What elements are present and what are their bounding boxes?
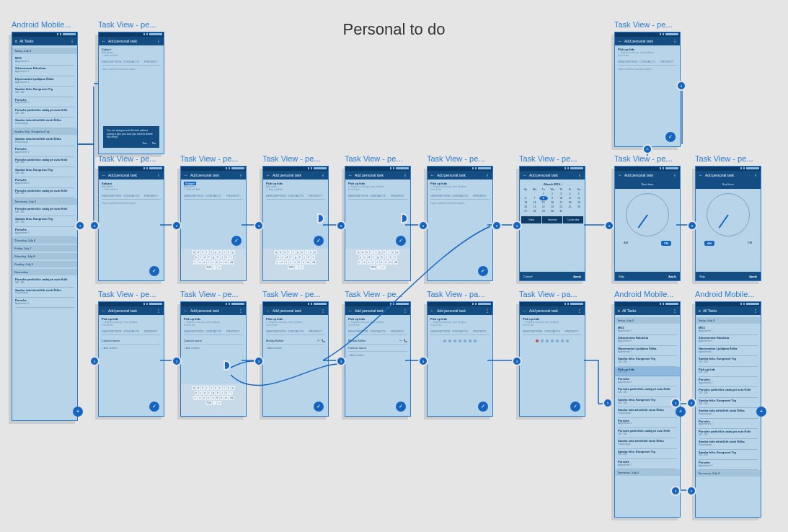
key[interactable]: c (207, 396, 211, 400)
am-toggle[interactable]: AM (704, 241, 714, 246)
key[interactable]: a (195, 255, 198, 260)
key[interactable]: l (229, 255, 233, 260)
tabs[interactable]: DESCRIPTIONCONTACTSPRIORITY (430, 192, 490, 200)
back-icon[interactable]: ← (618, 171, 622, 179)
btn-tomorrow[interactable]: Tomorrow (542, 216, 562, 223)
key[interactable]: m (224, 396, 229, 400)
tabs[interactable]: DESCRIPTIONCONTACTSPRIORITY (348, 328, 407, 335)
priority-picker[interactable] (430, 340, 490, 342)
key[interactable]: x (285, 260, 288, 265)
phone-screen[interactable]: ←Add personal taskSubjectAdd subject⚐ St… (98, 166, 164, 281)
subject-field[interactable]: Pick up kids⚐ Srednica cesta xyz, xnnn L… (430, 317, 490, 327)
app-bar[interactable]: ←Add personal task (345, 306, 410, 315)
fab-confirm[interactable] (396, 236, 406, 246)
task-row[interactable]: Hipermarket Ljubljana ŠiškaAppointment 1 (15, 76, 74, 87)
tab-description[interactable]: DESCRIPTION (523, 328, 542, 334)
tab-contacts[interactable]: CONTACTS (203, 328, 223, 334)
task-row[interactable]: MOZAppointment 1 (15, 56, 74, 66)
tabs[interactable]: DESCRIPTIONCONTACTSPRIORITY (348, 192, 407, 200)
task-row[interactable]: Porsche parkirišče zadaj pri avto Kriki5… (15, 188, 74, 198)
key[interactable]: f (208, 255, 211, 260)
key[interactable]: n (384, 260, 388, 265)
hamburger-icon[interactable]: ≡ (699, 306, 701, 315)
subject-value[interactable]: Pick up kids ⚐ Srednica cesta xyz, xnnn … (618, 48, 677, 57)
subject-field[interactable]: SubjectAdd subject⚐ Start and End (102, 182, 161, 191)
key[interactable]: v (211, 396, 215, 400)
key[interactable]: ⌫ (311, 260, 316, 265)
task-row[interactable]: Zdravstvena FakultetaAppointment 1 (699, 335, 758, 345)
tabs[interactable]: DESCRIPTION CONTACTS PRIORITY (102, 58, 161, 66)
fab-add[interactable]: + (676, 407, 686, 417)
key[interactable]: w (196, 250, 200, 254)
key[interactable]: ↵ (381, 265, 386, 270)
key[interactable]: q (274, 250, 278, 254)
tab-priority[interactable]: PRIORITY (388, 328, 407, 334)
key[interactable]: y (214, 386, 218, 390)
app-bar[interactable]: ← Add personal task (99, 37, 164, 45)
overflow-icon[interactable] (577, 306, 582, 315)
key[interactable]: ?123 (288, 265, 295, 270)
nav-node[interactable] (686, 398, 696, 408)
frame[interactable]: Task View - pe...←Add personal taskSubje… (180, 154, 247, 281)
phone-screen[interactable]: ←Add personal taskPick up kids⚐ Srednica… (345, 301, 411, 417)
key[interactable]: r (205, 250, 209, 254)
phone-screen[interactable]: ←Add personal task‹ March 2016 ›SuMoTuWe… (519, 166, 585, 281)
task-row[interactable]: MOZAppointment 1 (699, 325, 758, 335)
back-icon[interactable]: ← (102, 306, 106, 315)
key[interactable]: u (218, 250, 222, 254)
key[interactable]: ↵ (217, 401, 221, 405)
frame[interactable]: Task View - pe...←Add personal taskPick … (180, 290, 247, 417)
nav-node[interactable] (642, 144, 652, 154)
key[interactable]: o (227, 250, 231, 254)
task-row[interactable]: Sandra hiša, Kongresni Trg500 · 200 (618, 449, 677, 459)
frame-dialog[interactable]: Task View - pe... ← Add personal task Su… (98, 20, 164, 154)
frame[interactable]: Android Mobile...≡All TasksToday, July 3… (695, 290, 761, 518)
task-row[interactable]: Hipermarket Ljubljana ŠiškaAppointment 1 (699, 346, 758, 356)
nav-node[interactable] (686, 486, 696, 496)
frame-android-1[interactable]: Android Mobile... ≡ All Tasks Today, Jul… (12, 20, 78, 421)
tab-contacts[interactable]: CONTACTS (450, 192, 469, 199)
btn-apply[interactable]: Apply (668, 275, 676, 278)
key[interactable]: o (391, 250, 395, 254)
key[interactable]: g (212, 391, 216, 395)
key[interactable]: b (216, 260, 219, 265)
app-bar[interactable]: ←Add personal task (263, 171, 328, 179)
back-icon[interactable]: ← (430, 171, 435, 179)
tab-description[interactable]: DESCRIPTION (184, 192, 203, 199)
tab-contacts[interactable]: CONTACTS (121, 328, 141, 334)
phone-screen[interactable]: ←Add personal taskEnd timeAMPMSkipApply (695, 166, 761, 281)
subject-field[interactable]: SubjectAdd subject⚐ Start and End (184, 182, 243, 191)
key[interactable]: ⇧ (358, 260, 362, 265)
nav-node[interactable] (604, 221, 614, 231)
key[interactable]: ?123 (205, 265, 213, 270)
key[interactable]: d (368, 255, 371, 260)
key[interactable]: v (376, 260, 379, 265)
phone-screen[interactable]: ←Add personal taskPick up kids⚐ Srednica… (519, 301, 585, 417)
tab-priority[interactable]: PRIORITY (141, 328, 161, 334)
subject-field[interactable]: Pick up kids⚐ Srednica cesta xyz, xnnn L… (266, 317, 325, 327)
back-icon[interactable]: ← (102, 171, 106, 179)
key[interactable]: s (199, 255, 203, 260)
nav-node[interactable] (172, 356, 182, 366)
key[interactable]: w (196, 386, 200, 390)
tab-priority[interactable]: PRIORITY (470, 192, 490, 199)
dialog-no[interactable]: No (152, 141, 156, 145)
fab-confirm[interactable] (478, 402, 488, 412)
tab-description[interactable]: DESCRIPTION (430, 328, 450, 334)
key[interactable]: q (192, 250, 195, 254)
key[interactable]: y (296, 250, 300, 254)
clock-face[interactable] (707, 193, 750, 236)
frame[interactable]: Task View - pe...←Add personal taskPick … (262, 290, 329, 417)
tab-contacts[interactable]: CONTACTS (450, 328, 469, 334)
key[interactable]: f (208, 391, 211, 395)
key[interactable]: u (301, 250, 304, 254)
key[interactable]: c (371, 260, 375, 265)
tab-contacts[interactable]: CONTACTS (368, 328, 387, 334)
quick-dates[interactable]: TodayTomorrowCustom date (521, 216, 583, 223)
key[interactable]: i (223, 250, 226, 254)
app-bar[interactable]: ←Add personal task (696, 171, 761, 179)
key[interactable]: r (205, 386, 209, 390)
nav-node[interactable] (670, 398, 681, 408)
back-icon[interactable]: ← (348, 306, 353, 315)
task-row[interactable]: Zdravstvena FakultetaAppointment 1 (15, 66, 74, 76)
